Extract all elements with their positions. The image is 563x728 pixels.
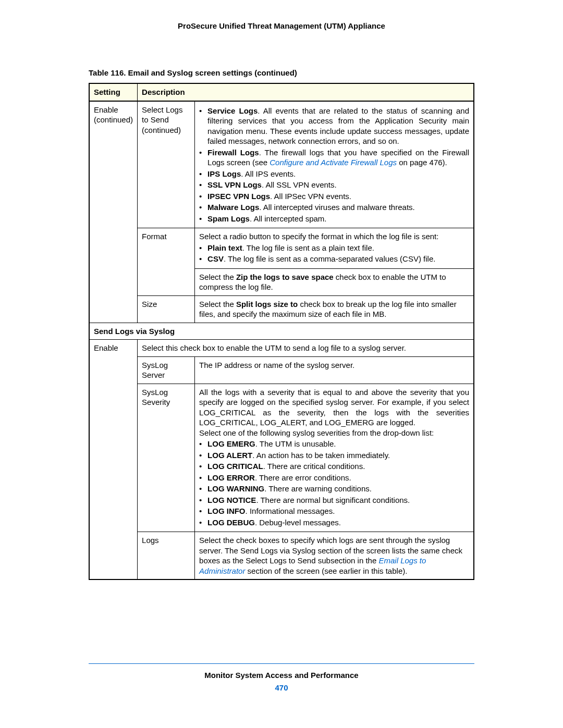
section-header: Send Logs via Syslog [89, 323, 474, 340]
cell-description: Select a radio button to specify the for… [195, 228, 474, 269]
list-item: SSL VPN Logs. All SSL VPN events. [199, 180, 469, 190]
cell-description: Select this check box to enable the UTM … [138, 340, 474, 357]
list-item: IPS Logs. All IPS events. [199, 169, 469, 179]
cell-subsetting: Format [138, 228, 195, 296]
cell-setting: Enable [89, 340, 138, 580]
cell-subsetting: Select Logs to Send (continued) [138, 101, 195, 228]
cell-description: All the logs with a severity that is equ… [195, 384, 474, 532]
cell-subsetting: Size [138, 295, 195, 323]
section-header-row: Send Logs via Syslog [89, 323, 474, 340]
text: All the logs with a severity that is equ… [199, 387, 469, 428]
table-caption: Table 116. Email and Syslog screen setti… [89, 68, 474, 78]
table-row: SysLog Severity All the logs with a seve… [89, 384, 474, 532]
text: Select one of the following syslog sever… [199, 428, 469, 438]
settings-table: Setting Description Enable (continued) S… [89, 83, 474, 580]
page-number: 470 [89, 683, 474, 693]
cell-setting: Enable (continued) [89, 101, 138, 323]
table-row: Enable Select this check box to enable t… [89, 340, 474, 357]
list-item: Malware Logs. All intercepted viruses an… [199, 202, 469, 213]
list-item: LOG CRITICAL. There are critical conditi… [199, 461, 469, 472]
th-description: Description [138, 83, 474, 101]
table-row: Size Select the Split logs size to check… [89, 295, 474, 323]
cell-description: Service Logs. All events that are relate… [195, 101, 474, 228]
page-footer: Monitor System Access and Performance 47… [89, 663, 474, 693]
list-item: IPSEC VPN Logs. All IPSec VPN events. [199, 191, 469, 202]
list-item: Plain text. The log file is sent as a pl… [199, 243, 469, 253]
list-item: LOG EMERG. The UTM is unusable. [199, 439, 469, 449]
link-firewall-logs[interactable]: Configure and Activate Firewall Logs [270, 158, 397, 167]
cell-subsetting: Logs [138, 532, 195, 580]
cell-subsetting: SysLog Severity [138, 384, 195, 532]
cell-description: The IP address or name of the syslog ser… [195, 356, 474, 384]
list-item: LOG INFO. Informational messages. [199, 506, 469, 516]
cell-description: Select the Zip the logs to save space ch… [195, 268, 474, 295]
list-item: LOG ERROR. There are error conditions. [199, 473, 469, 483]
table-row: Logs Select the check boxes to specify w… [89, 532, 474, 580]
footer-title: Monitor System Access and Performance [89, 670, 474, 681]
th-setting: Setting [89, 83, 138, 101]
cell-subsetting: SysLog Server [138, 356, 195, 384]
list-item: CSV. The log file is sent as a comma-sep… [199, 254, 469, 264]
table-row: Enable (continued) Select Logs to Send (… [89, 101, 474, 228]
list-item: LOG DEBUG. Debug-level messages. [199, 517, 469, 528]
list-item: LOG ALERT. An action has to be taken imm… [199, 450, 469, 461]
cell-description: Select the Split logs size to check box … [195, 295, 474, 323]
list-item: LOG NOTICE. There are normal but signifi… [199, 495, 469, 505]
table-row: Format Select a radio button to specify … [89, 228, 474, 269]
list-item: LOG WARNING. There are warning condition… [199, 484, 469, 494]
page-header: ProSecure Unified Threat Management (UTM… [89, 21, 474, 31]
cell-description: Select the check boxes to specify which … [195, 532, 474, 580]
list-item: Service Logs. All events that are relate… [199, 106, 469, 146]
list-item: Firewall Logs. The firewall logs that yo… [199, 147, 469, 168]
table-row: SysLog Server The IP address or name of … [89, 356, 474, 384]
list-item: Spam Logs. All intercepted spam. [199, 214, 469, 224]
text: Select a radio button to specify the for… [199, 231, 469, 242]
